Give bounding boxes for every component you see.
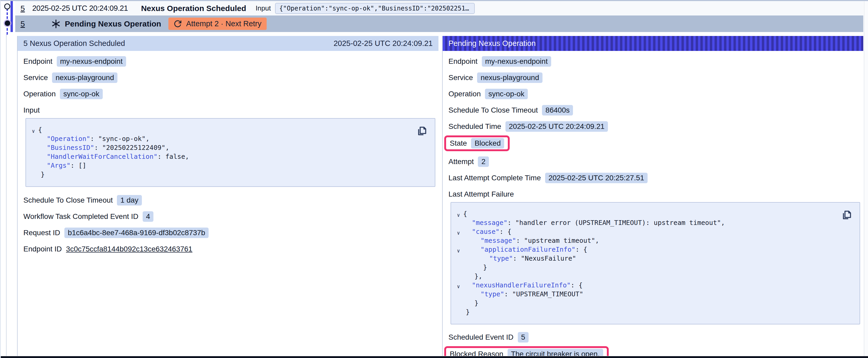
event-row-nexus-operation-scheduled[interactable]: 5 2025-02-25 UTC 20:24:09.21 Nexus Opera… — [15, 1, 863, 15]
field-label: Scheduled Event ID — [448, 333, 514, 341]
code-line: "message": "handler error (UPSTREAM_TIME… — [454, 218, 853, 227]
field-service: Service nexus-playground — [448, 72, 863, 84]
endpoint-id-link[interactable]: 3c0c75ccfa8144b092c13ce632463761 — [66, 245, 192, 253]
code-line: } — [454, 263, 853, 272]
code-line: ∨"applicationFailureInfo": { — [454, 245, 853, 254]
json-key: "cause" — [472, 227, 499, 236]
code-line: } — [454, 299, 853, 307]
code-gutter — [454, 237, 463, 246]
field-operation: Operation sync-op-ok — [448, 88, 863, 100]
field-value-chip: nexus-playground — [52, 72, 118, 83]
code-gutter — [29, 144, 38, 153]
collapse-chevron-icon[interactable]: ∨ — [454, 228, 463, 237]
json-text: : "handler error (UPSTREAM_TIMEOUT): ups… — [507, 218, 725, 227]
field-request-id: Request ID b1c6a4bc-8ee7-468a-9169-df3b0… — [23, 227, 438, 238]
json-text: : "upstream timeout", — [516, 236, 599, 245]
copy-icon[interactable] — [416, 124, 428, 137]
json-text: : "sync-op-ok", — [90, 134, 150, 143]
panel-nexus-operation-scheduled: 5 Nexus Operation Scheduled 2025-02-25 U… — [17, 36, 438, 356]
json-key: "nexusHandlerFailureInfo" — [472, 281, 570, 290]
field-value-chip: 86400s — [542, 105, 573, 116]
code-gutter — [454, 291, 463, 300]
code-gutter — [29, 162, 38, 171]
field-scheduled-event-id: Scheduled Event ID 5 — [448, 331, 863, 343]
timeline-node-open-icon[interactable] — [4, 3, 10, 9]
field-value-chip: 2 — [478, 156, 489, 167]
code-gutter — [454, 300, 463, 308]
blocked-reason-annotation-highlight: Blocked Reason The circuit breaker is op… — [444, 346, 609, 356]
field-label: Service — [448, 73, 473, 82]
collapse-chevron-icon[interactable]: ∨ — [454, 246, 463, 255]
field-label: State — [450, 139, 467, 148]
collapse-chevron-icon[interactable]: ∨ — [454, 282, 463, 291]
json-text: : "20250225122409", — [94, 143, 169, 152]
field-endpoint: Endpoint my-nexus-endpoint — [23, 55, 438, 67]
timeline-selected-indicator-bar — [10, 1, 13, 32]
failure-json-viewer: ∨{"message": "handler error (UPSTREAM_TI… — [451, 202, 860, 324]
pending-event-id-link[interactable]: 5 — [21, 20, 25, 28]
retry-attempt-badge: Attempt 2 · Next Retry — [168, 18, 267, 30]
timeline-node-current-icon[interactable] — [5, 21, 10, 26]
code-line: ∨"nexusHandlerFailureInfo": { — [454, 281, 853, 290]
field-value-chip: 2025-02-25 UTC 20:25:27.51 — [545, 173, 648, 183]
last-attempt-failure-label: Last Attempt Failure — [448, 190, 863, 198]
field-state: State Blocked — [448, 135, 863, 151]
field-label: Blocked Reason — [450, 350, 503, 356]
pending-event-title: Pending Nexus Operation — [65, 20, 161, 28]
json-text: : "NexusFailure" — [513, 254, 576, 263]
field-value-chip: 4 — [143, 211, 154, 222]
field-value-chip: b1c6a4bc-8ee7-468a-9169-df3b02c8737b — [64, 228, 209, 238]
vertical-scrollbar[interactable] — [864, 1, 868, 358]
collapse-chevron-icon[interactable]: ∨ — [454, 210, 463, 220]
event-id-link[interactable]: 5 — [21, 4, 25, 13]
field-label: Schedule To Close Timeout — [23, 196, 113, 204]
code-line: ∨{ — [29, 126, 428, 134]
event-timestamp: 2025-02-25 UTC 20:24:09.21 — [32, 4, 128, 12]
json-text: } — [483, 263, 487, 272]
field-operation: Operation sync-op-ok — [23, 88, 438, 100]
temporal-event-history-view: 5 2025-02-25 UTC 20:24:09.21 Nexus Opera… — [0, 0, 868, 358]
input-json-viewer: ∨{"Operation": "sync-op-ok","BusinessID"… — [26, 118, 435, 187]
field-schedule-to-close-timeout: Schedule To Close Timeout 86400s — [448, 104, 863, 116]
right-panel-title: Pending Nexus Operation — [448, 39, 536, 48]
json-text: : [] — [70, 161, 86, 170]
panel-pending-nexus-operation: Pending Nexus Operation Endpoint my-nexu… — [442, 36, 863, 356]
field-value-chip: 2025-02-25 UTC 20:24:09.21 — [505, 121, 608, 132]
json-text: } — [41, 170, 45, 179]
field-value-chip: nexus-playground — [477, 72, 542, 83]
json-key: "message" — [480, 236, 516, 245]
field-label: Operation — [448, 90, 481, 98]
field-label: Service — [23, 73, 48, 82]
code-gutter — [29, 171, 38, 180]
code-gutter — [454, 308, 463, 318]
code-gutter — [454, 264, 463, 273]
field-value-chip: sync-op-ok — [485, 89, 528, 99]
code-line: "type": "NexusFailure" — [454, 254, 853, 263]
field-label: Endpoint ID — [23, 245, 62, 253]
field-value-chip: my-nexus-endpoint — [482, 56, 551, 67]
field-label: Operation — [23, 90, 56, 98]
json-key: "type" — [480, 290, 504, 299]
state-value-chip: Blocked — [471, 138, 504, 149]
json-key: "type" — [489, 254, 513, 263]
field-last-attempt-complete-time: Last Attempt Complete Time 2025-02-25 UT… — [448, 172, 863, 184]
json-text: } — [474, 299, 478, 307]
json-text: : { — [575, 245, 587, 254]
field-workflow-task-completed-event-id: Workflow Task Completed Event ID 4 — [23, 210, 438, 222]
code-gutter — [29, 153, 38, 162]
event-row-pending-nexus-operation[interactable]: 5 Pending Nexus Operation Attempt 2 · Ne… — [15, 15, 863, 32]
blocked-reason-value-chip: The circuit breaker is open. — [507, 349, 603, 356]
retry-icon — [174, 20, 182, 28]
code-line: "message": "upstream timeout", — [454, 236, 853, 245]
code-line: "Operation": "sync-op-ok", — [29, 134, 428, 143]
collapse-chevron-icon[interactable]: ∨ — [29, 127, 38, 135]
json-text: { — [463, 209, 467, 218]
copy-icon[interactable] — [841, 208, 853, 222]
json-text: : { — [499, 227, 511, 236]
input-section-label: Input — [23, 106, 438, 115]
json-text: }, — [474, 272, 482, 281]
code-gutter — [29, 135, 38, 144]
code-line: "HandlerWaitForCancellation": false, — [29, 152, 428, 161]
json-key: "Operation" — [47, 134, 90, 143]
field-value-chip: 5 — [518, 332, 529, 343]
